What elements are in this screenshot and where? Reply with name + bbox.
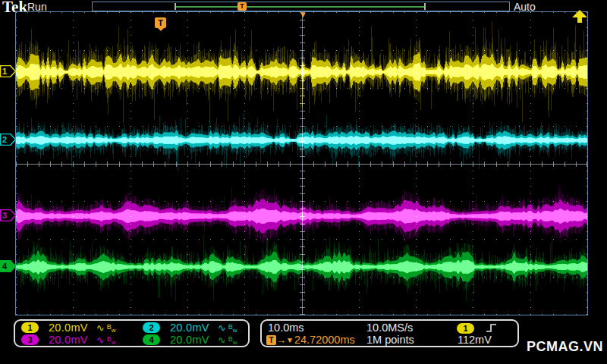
channel-1-marker: 1 [0, 65, 16, 77]
channel-3-badge: 3 [21, 334, 39, 345]
record-length: 1M points [366, 334, 414, 346]
channel-1-coupling-icon: ∿Bw [96, 322, 116, 334]
channel-1-badge: 1 [21, 322, 39, 333]
arrow-right-icon: → [276, 334, 286, 346]
sample-rate: 10.0MS/s [366, 322, 413, 334]
trigger-source-badge: 1 [457, 323, 474, 334]
channel-3-marker: 3 [0, 209, 16, 221]
waveform-canvas [16, 12, 587, 315]
svg-text:4: 4 [2, 262, 8, 271]
svg-text:3: 3 [2, 211, 7, 220]
channel-2-badge: 2 [143, 322, 160, 333]
triangle-down-icon: ▼ [286, 336, 294, 344]
record-window-line [176, 6, 426, 8]
channel-1-readout: 1 20.0mV ∿Bw [21, 322, 115, 334]
channel-2-readout: 2 20.0mV ∿Bw [143, 322, 237, 334]
trigger-badge-icon: T [266, 335, 276, 345]
svg-text:1: 1 [2, 67, 7, 76]
channel-4-badge: 4 [143, 334, 160, 345]
vertical-readout-box: 1 20.0mV ∿Bw 2 20.0mV ∿Bw 3 20.0mV ∿Bw 4… [14, 319, 250, 347]
horizontal-trigger-readout-box: 10.0ms 10.0MS/s 1 T→▼24.72000ms 1M point… [260, 319, 519, 347]
trigger-slope-icon [486, 322, 497, 334]
channel-4-scale: 20.0mV [170, 334, 209, 346]
channel-4-readout: 4 20.0mV ∿Bw [143, 334, 237, 346]
trigger-level-offscreen-arrow-icon [571, 10, 588, 23]
channel-3-coupling-icon: ∿Bw [96, 334, 116, 346]
horizontal-scale: 10.0ms [268, 322, 304, 334]
graticule [15, 11, 588, 315]
channel-2-coupling-icon: ∿Bw [218, 322, 237, 334]
trigger-time-badge-icon: T [155, 17, 166, 28]
watermark: PCMAG.VN [527, 339, 603, 355]
channel-2-marker: 2 [0, 133, 16, 146]
record-window-bracket-right [424, 3, 426, 10]
channel-4-coupling-icon: ∿Bw [218, 334, 237, 346]
trigger-delay-value: 24.72000ms [294, 334, 355, 346]
trigger-source-readout: 1 [457, 322, 474, 334]
channel-4-marker: 4 [0, 260, 16, 272]
channel-1-scale: 20.0mV [49, 322, 88, 334]
trigger-position-arrow-icon: ▼ [299, 11, 307, 19]
trigger-delay-readout: T→▼24.72000ms [266, 334, 355, 346]
channel-3-readout: 3 20.0mV ∿Bw [21, 334, 115, 346]
record-window-bracket-left [175, 3, 176, 10]
trigger-level-value: 112mV [458, 334, 492, 346]
oscilloscope-screen: Tek Run T Auto T ▼ 1 2 3 4 1 20.0mV ∿Bw [0, 0, 607, 364]
channel-2-scale: 20.0mV [170, 322, 209, 334]
record-trigger-marker-icon: T [237, 2, 247, 11]
svg-text:2: 2 [2, 135, 7, 144]
channel-3-scale: 20.0mV [49, 334, 88, 346]
